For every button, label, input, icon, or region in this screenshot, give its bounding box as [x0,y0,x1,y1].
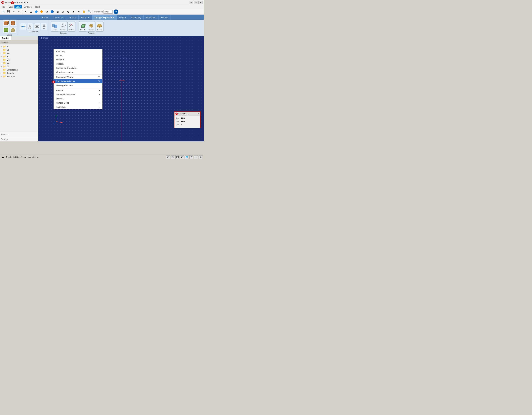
revolve-feature-icon[interactable]: Revolve [87,22,95,32]
browse-label[interactable]: Browse [1,133,8,136]
title-bar: Ad Adams View Adams 2020 ─ □ ✕ [0,0,204,5]
dropdown-item-coordinate-window[interactable]: Coordinate Window F4 [54,79,102,83]
menu-settings[interactable]: Settings [22,5,33,9]
tab-machinery[interactable]: Machinery [129,15,143,19]
intersect-icon[interactable]: Intersect [59,22,67,32]
folder-icon-ele: 📁 [3,58,6,61]
sphere-icon[interactable] [10,20,16,26]
status-btn-4[interactable]: ⊡ [180,155,184,159]
menu-edit[interactable]: Edit [8,5,14,9]
dot-button[interactable]: ● [71,9,76,14]
dropdown-item-command-window[interactable]: Command Window F3 [54,75,102,79]
connect-button[interactable]: ✦ [76,9,81,14]
dropdown-item-refresh[interactable]: Refresh [54,62,102,66]
save-button[interactable]: 💾 [6,9,11,14]
minimize-button[interactable]: ─ [189,1,193,4]
status-btn-2[interactable]: ⊟ [171,155,175,159]
dropdown-item-measure[interactable]: Measure... [54,58,102,62]
body-button[interactable]: 🔵 [50,9,55,14]
shape-button[interactable]: 🔶 [39,9,44,14]
dropdown-item-layout[interactable]: Layout... [54,97,102,101]
tree-item-co[interactable]: + 📁 Co [0,48,38,51]
menu-tools[interactable]: Tools [34,5,41,9]
tree-item-bo[interactable]: + 📁 Bo [0,45,38,48]
increment-input[interactable] [104,10,113,14]
sidebar-tab-bodies[interactable]: Bodies [0,36,11,40]
tab-design-exploration[interactable]: Design Exploration [92,15,117,19]
person-icon[interactable] [41,23,47,30]
status-bar: ▶ Toggle visibility of coordinate window… [0,155,204,159]
status-btn-5[interactable]: 🌐 [185,155,189,159]
tree-item-me[interactable]: + 📁 Me [0,61,38,65]
transform-button[interactable]: ⊞ [28,9,33,14]
dropdown-item-view-accessories[interactable]: View Accessories... [54,70,102,74]
tab-simulation[interactable]: Simulation [143,15,159,19]
close-button[interactable]: ✕ [198,1,203,4]
target-button[interactable]: ⊕ [60,9,65,14]
expand-icon-de: + [1,65,3,67]
tab-connectors[interactable]: Connectors [51,15,67,19]
dropdown-item-projection[interactable]: Projection ▶ [54,105,102,109]
hand-button[interactable]: ✋ [82,9,86,14]
status-btn-7[interactable]: ℹ [194,155,198,159]
help-button[interactable]: ? [114,9,118,14]
sweep-feature-icon[interactable]: Sweep [95,22,104,32]
maximize-button[interactable]: □ [194,1,198,4]
dropdown-item-position-orientation[interactable]: Position/Orientation ▶ [54,92,102,97]
title-bar-controls[interactable]: ─ □ ✕ [189,1,203,4]
projection-label: Projection [56,106,66,108]
tree-item-ele[interactable]: + 📁 Ele [0,58,38,61]
example-bar: .example [0,40,38,44]
tab-elements[interactable]: Elements [79,15,92,19]
status-icon: ▶ [1,156,5,159]
target2-button[interactable]: ⊛ [66,9,71,14]
point-icon[interactable] [20,23,26,30]
cylinder-icon[interactable] [3,27,9,33]
tab-results[interactable]: Results [159,15,171,19]
status-btn-6[interactable]: ⬡ [190,155,193,159]
canvas-area[interactable]: _3_press gravity [38,36,204,141]
dropdown-item-render-mode[interactable]: Render Mode ▶ [54,101,102,105]
svg-rect-0 [4,22,7,25]
marker-icon[interactable]: xyz [27,23,33,30]
select-button[interactable]: ↖ [23,9,28,14]
tree-item-results[interactable]: + 📁 Results [0,71,38,75]
box-icon[interactable] [3,20,9,26]
menu-file[interactable]: File [1,5,7,9]
new-button[interactable]: 📄 [1,9,6,14]
dropdown-item-message-window[interactable]: Message Window [54,83,102,87]
rotate-button[interactable]: 🔷 [34,9,39,14]
tree-item-fo[interactable]: + 📁 Fo [0,55,38,58]
dropdown-item-model[interactable]: Model... [54,54,102,58]
tree-item-de[interactable]: + 📁 De [0,65,38,68]
extrude-icon[interactable] [10,27,16,33]
extrude-feature-icon[interactable]: Extrude [79,22,87,32]
menu-view[interactable]: View [14,5,22,9]
grid-button[interactable]: ⊞ [55,9,60,14]
union-icon[interactable]: Union [51,22,59,32]
undo-button[interactable]: ↩ [11,9,16,14]
tab-forces[interactable]: Forces [67,15,79,19]
sidebar-tree: + 📁 Bo + 📁 Co + 📁 Mo + 📁 Fo + 📁 [0,44,38,132]
tree-item-mo[interactable]: + 📁 Mo [0,51,38,55]
status-btn-3[interactable]: 🔲 [175,155,180,159]
dropdown-item-preset[interactable]: Pre-Set ▶ [54,88,102,92]
tree-item-simulations[interactable]: + 📁 Simulations [0,68,38,71]
toolbox-label: Toolbox and Toolbars... [56,67,78,69]
dropdown-item-toolbox[interactable]: Toolbox and Toolbars... [54,66,102,70]
joint-icon[interactable] [34,23,40,30]
coord-x-value: 160 [181,117,185,120]
joint-button[interactable]: ⚙ [44,9,49,14]
coord-close-button[interactable]: ✕ [197,112,199,115]
dropdown-item-part-only[interactable]: Part Only... [54,49,102,54]
tab-plugins[interactable]: Plugins [117,15,129,19]
status-btn-8[interactable]: ⚙ [199,155,203,159]
subtract-icon[interactable]: Subtract [67,22,76,32]
ribbon-group-construction: xyz Construction [19,20,49,35]
svg-line-40 [54,121,56,123]
tree-item-allother[interactable]: + 📁 All Other [0,75,38,78]
zoom-button[interactable]: 🔍 [87,9,92,14]
redo-button[interactable]: ↪ [17,9,22,14]
tab-bodies[interactable]: Bodies [40,15,51,19]
status-btn-1[interactable]: ⊞ [166,155,170,159]
